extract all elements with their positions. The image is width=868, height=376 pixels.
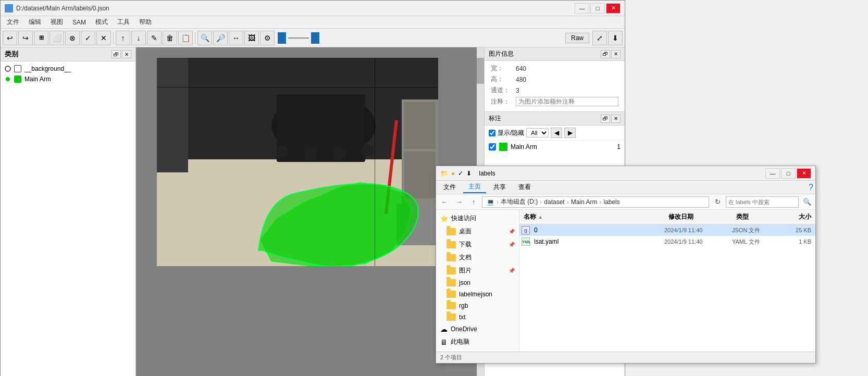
fe-menu-view[interactable]: 查看: [513, 182, 536, 193]
undo-button[interactable]: ↩: [3, 31, 17, 45]
window-title: D:/dataset/Main Arm/labels/0.json: [16, 5, 109, 12]
annotation-checkbox-mainarm[interactable]: [489, 143, 496, 151]
fe-forward-button[interactable]: →: [453, 196, 465, 208]
maximize-button[interactable]: □: [590, 3, 605, 14]
redo-icon: ↪: [22, 34, 29, 42]
class-panel-restore[interactable]: 🗗: [111, 50, 121, 58]
menu-mode[interactable]: 模式: [91, 17, 112, 28]
fe-refresh-button[interactable]: ↻: [711, 196, 724, 208]
menu-edit[interactable]: 编辑: [24, 17, 45, 28]
menu-help[interactable]: 帮助: [135, 17, 156, 28]
canvas-area[interactable]: [136, 47, 484, 376]
redo-button[interactable]: ↪: [18, 31, 33, 45]
fe-sidebar-pictures[interactable]: 图片 📌: [436, 264, 519, 277]
fe-crumb-labels[interactable]: labels: [603, 198, 619, 206]
annotation-next-button[interactable]: ▶: [564, 128, 576, 138]
info-row-note: 注释：: [491, 97, 618, 106]
fe-file-date-json: 2024/1/9 11:40: [664, 227, 732, 233]
fe-sidebar-json[interactable]: json: [436, 277, 519, 289]
fe-sidebar-thispc-icon: 🖥: [440, 338, 448, 346]
fe-crumb-disk[interactable]: 本地磁盘 (D:): [501, 197, 538, 206]
download-button[interactable]: ⬇: [608, 31, 623, 45]
crop-button[interactable]: ⬜: [49, 31, 64, 45]
accept-button[interactable]: ✓: [81, 31, 95, 45]
class-panel-close[interactable]: ✕: [122, 50, 131, 58]
canvas-scroll-thumb[interactable]: [477, 58, 484, 84]
minimize-button[interactable]: —: [575, 3, 589, 14]
fe-crumb-mainarm[interactable]: Main Arm: [571, 198, 598, 206]
fe-sidebar-rgb[interactable]: rgb: [436, 300, 519, 311]
info-panel-close[interactable]: ✕: [611, 50, 621, 58]
reject-button[interactable]: ✕: [96, 31, 111, 45]
fe-col-header-type[interactable]: 类型: [732, 211, 779, 223]
annot-panel-restore[interactable]: 🗗: [601, 115, 610, 123]
annotation-prev-button[interactable]: ◀: [551, 128, 562, 138]
fe-col-header-size[interactable]: 大小: [779, 211, 815, 223]
fe-sidebar-documents[interactable]: 文档: [436, 251, 519, 264]
fe-minimize-button[interactable]: —: [765, 168, 780, 179]
fe-search-button[interactable]: 🔍: [801, 196, 813, 208]
fe-search-input[interactable]: [726, 196, 799, 208]
zoom-in-button[interactable]: 🔎: [213, 31, 228, 45]
fe-sidebar-labelmejson[interactable]: labelmejson: [436, 289, 519, 300]
menu-sam[interactable]: SAM: [68, 18, 90, 27]
fe-col-header-name[interactable]: 名称 ▲: [519, 211, 664, 223]
cancel-button[interactable]: ⊗: [65, 31, 80, 45]
pencil-button[interactable]: ✎: [147, 31, 162, 45]
fe-sidebar-download[interactable]: 下载 📌: [436, 238, 519, 251]
fe-title-bar: 📁 ● ✓ ⬇ labels — □ ✕: [436, 166, 815, 181]
fe-up-button[interactable]: ↑: [467, 196, 480, 208]
slider-line[interactable]: [288, 37, 309, 39]
up-button[interactable]: ↑: [116, 31, 130, 45]
class-item-background[interactable]: __background__: [3, 64, 133, 74]
fe-col-header-date[interactable]: 修改日期: [664, 211, 732, 223]
prev-icon: ◀: [554, 129, 559, 136]
note-input[interactable]: [516, 97, 618, 106]
zoom-in-icon: 🔎: [216, 34, 225, 42]
fe-menu-home[interactable]: 主页: [463, 181, 486, 193]
fe-help-button[interactable]: ?: [809, 183, 813, 192]
image-info-table: 宽： 640 高： 480 通道： 3 注释：: [485, 61, 625, 111]
settings-button[interactable]: ⚙: [260, 31, 275, 45]
fe-maximize-button[interactable]: □: [781, 168, 796, 179]
fe-up-icon: ↑: [472, 198, 476, 206]
undo-icon: ↩: [7, 34, 13, 42]
fe-file-row-yaml[interactable]: YML isat.yaml 2024/1/9 11:40 YAML 文件 1 K…: [519, 236, 815, 247]
class-item-mainarm[interactable]: Main Arm: [3, 74, 133, 84]
fe-sidebar-onedrive[interactable]: ☁ OneDrive: [436, 323, 519, 335]
show-hide-checkbox[interactable]: [489, 130, 495, 136]
fe-sidebar-quickaccess-label: 快速访问: [451, 214, 476, 223]
close-button[interactable]: ✕: [606, 3, 621, 14]
info-panel-restore[interactable]: 🗗: [601, 50, 610, 58]
fe-back-button[interactable]: ←: [438, 196, 451, 208]
image-button[interactable]: 🖼: [244, 31, 259, 45]
expand-icon: ⤢: [597, 34, 603, 42]
expand-button[interactable]: ⤢: [592, 31, 607, 45]
annot-panel-close[interactable]: ✕: [611, 115, 621, 123]
fe-sidebar-txt[interactable]: txt: [436, 311, 519, 323]
menu-view[interactable]: 视图: [46, 17, 67, 28]
fe-sidebar-quickaccess[interactable]: ⭐ 快速访问: [436, 212, 519, 225]
channel-value: 3: [516, 87, 519, 94]
meta-button[interactable]: ⊞: [34, 31, 48, 45]
raw-button[interactable]: Raw: [565, 33, 589, 43]
menu-tools[interactable]: 工具: [113, 17, 134, 28]
fe-close-button[interactable]: ✕: [797, 168, 811, 179]
fe-menu-share[interactable]: 共享: [488, 182, 511, 193]
down-button[interactable]: ↓: [131, 31, 146, 45]
zoom-out-button[interactable]: 🔍: [197, 31, 212, 45]
annotation-row-mainarm[interactable]: Main Arm 1: [485, 141, 625, 153]
fit-width-button[interactable]: ↔: [229, 31, 243, 45]
copy-button[interactable]: 📋: [178, 31, 193, 45]
annotation-filter-dropdown[interactable]: All: [526, 128, 549, 137]
fe-file-row-0json[interactable]: {} 0 2024/1/9 11:40 JSON 文件 25 KB: [519, 224, 815, 236]
fe-crumb-dataset[interactable]: dataset: [544, 198, 564, 206]
fe-address-input[interactable]: 💻 › 本地磁盘 (D:) › dataset › Main Arm › lab…: [482, 196, 709, 208]
menu-file[interactable]: 文件: [3, 17, 23, 28]
image-canvas[interactable]: [157, 58, 438, 266]
fe-sidebar-desktop[interactable]: 桌面 📌: [436, 225, 519, 238]
fe-sidebar-thispc[interactable]: 🖥 此电脑: [436, 335, 519, 348]
svg-rect-10: [404, 102, 436, 149]
fe-menu-file[interactable]: 文件: [438, 182, 461, 193]
delete-button[interactable]: 🗑: [163, 31, 177, 45]
